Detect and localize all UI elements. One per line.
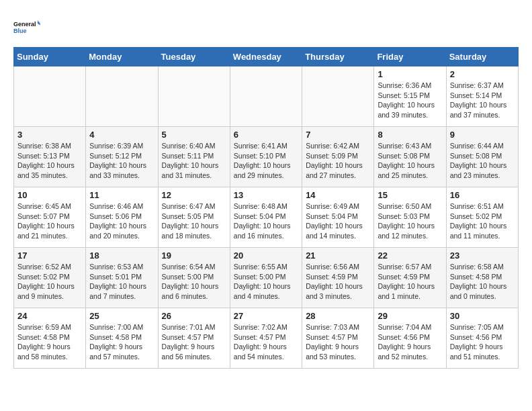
calendar-cell: 12Sunrise: 6:47 AM Sunset: 5:05 PM Dayli… [158, 187, 230, 248]
calendar-cell: 16Sunrise: 6:51 AM Sunset: 5:02 PM Dayli… [446, 187, 518, 248]
calendar-cell: 9Sunrise: 6:44 AM Sunset: 5:08 PM Daylig… [446, 127, 518, 187]
day-info: Sunrise: 6:44 AM Sunset: 5:08 PM Dayligh… [450, 141, 515, 181]
calendar-cell: 30Sunrise: 7:05 AM Sunset: 4:56 PM Dayli… [446, 308, 518, 369]
day-info: Sunrise: 6:56 AM Sunset: 4:59 PM Dayligh… [306, 262, 370, 302]
week-row-4: 17Sunrise: 6:52 AM Sunset: 5:02 PM Dayli… [14, 248, 519, 308]
day-info: Sunrise: 6:43 AM Sunset: 5:08 PM Dayligh… [378, 141, 442, 181]
calendar-cell: 10Sunrise: 6:45 AM Sunset: 5:07 PM Dayli… [14, 187, 86, 248]
day-number: 20 [234, 250, 298, 261]
day-number: 27 [234, 311, 298, 321]
week-row-2: 3Sunrise: 6:38 AM Sunset: 5:13 PM Daylig… [14, 127, 519, 187]
header-cell-thursday: Thursday [302, 48, 374, 66]
calendar-cell: 27Sunrise: 7:02 AM Sunset: 4:57 PM Dayli… [230, 308, 302, 369]
day-info: Sunrise: 7:05 AM Sunset: 4:56 PM Dayligh… [450, 322, 515, 362]
day-info: Sunrise: 6:41 AM Sunset: 5:10 PM Dayligh… [234, 141, 298, 181]
day-info: Sunrise: 6:48 AM Sunset: 5:04 PM Dayligh… [234, 201, 298, 241]
day-info: Sunrise: 6:59 AM Sunset: 4:58 PM Dayligh… [17, 322, 82, 362]
header-cell-saturday: Saturday [446, 48, 518, 66]
day-info: Sunrise: 6:52 AM Sunset: 5:02 PM Dayligh… [17, 262, 82, 302]
day-info: Sunrise: 6:47 AM Sunset: 5:05 PM Dayligh… [162, 201, 226, 241]
calendar-cell: 2Sunrise: 6:37 AM Sunset: 5:14 PM Daylig… [446, 66, 518, 127]
day-number: 1 [378, 69, 442, 79]
calendar-cell [158, 66, 230, 127]
day-number: 30 [450, 311, 515, 321]
header: General Blue [13, 13, 519, 40]
day-number: 26 [162, 311, 226, 321]
day-info: Sunrise: 6:46 AM Sunset: 5:06 PM Dayligh… [89, 201, 154, 241]
calendar-cell: 14Sunrise: 6:49 AM Sunset: 5:04 PM Dayli… [302, 187, 374, 248]
calendar-cell [86, 66, 158, 127]
day-number: 15 [378, 190, 442, 200]
calendar-cell: 29Sunrise: 7:04 AM Sunset: 4:56 PM Dayli… [374, 308, 446, 369]
day-number: 22 [378, 250, 442, 261]
day-number: 23 [450, 250, 515, 261]
logo: General Blue [13, 13, 40, 40]
day-number: 24 [17, 311, 82, 321]
day-number: 28 [306, 311, 370, 321]
calendar-cell: 28Sunrise: 7:03 AM Sunset: 4:57 PM Dayli… [302, 308, 374, 369]
calendar-table: SundayMondayTuesdayWednesdayThursdayFrid… [13, 47, 519, 369]
header-cell-tuesday: Tuesday [158, 48, 230, 66]
day-info: Sunrise: 7:01 AM Sunset: 4:57 PM Dayligh… [162, 322, 226, 362]
header-cell-friday: Friday [374, 48, 446, 66]
day-info: Sunrise: 6:49 AM Sunset: 5:04 PM Dayligh… [306, 201, 370, 241]
day-info: Sunrise: 7:00 AM Sunset: 4:58 PM Dayligh… [89, 322, 154, 362]
calendar-cell [14, 66, 86, 127]
day-number: 3 [17, 130, 82, 140]
day-number: 21 [306, 250, 370, 261]
header-cell-wednesday: Wednesday [230, 48, 302, 66]
day-number: 5 [162, 130, 226, 140]
day-info: Sunrise: 6:37 AM Sunset: 5:14 PM Dayligh… [450, 81, 515, 120]
calendar-cell: 21Sunrise: 6:56 AM Sunset: 4:59 PM Dayli… [302, 248, 374, 308]
calendar-cell: 7Sunrise: 6:42 AM Sunset: 5:09 PM Daylig… [302, 127, 374, 187]
day-info: Sunrise: 6:38 AM Sunset: 5:13 PM Dayligh… [17, 141, 82, 181]
day-number: 16 [450, 190, 515, 200]
day-info: Sunrise: 7:04 AM Sunset: 4:56 PM Dayligh… [378, 322, 442, 362]
day-number: 14 [306, 190, 370, 200]
calendar-cell: 20Sunrise: 6:55 AM Sunset: 5:00 PM Dayli… [230, 248, 302, 308]
calendar-cell: 3Sunrise: 6:38 AM Sunset: 5:13 PM Daylig… [14, 127, 86, 187]
header-cell-monday: Monday [86, 48, 158, 66]
calendar-cell: 6Sunrise: 6:41 AM Sunset: 5:10 PM Daylig… [230, 127, 302, 187]
calendar-cell [302, 66, 374, 127]
week-row-5: 24Sunrise: 6:59 AM Sunset: 4:58 PM Dayli… [14, 308, 519, 369]
day-number: 7 [306, 130, 370, 140]
day-info: Sunrise: 6:39 AM Sunset: 5:12 PM Dayligh… [89, 141, 154, 181]
calendar-cell: 23Sunrise: 6:58 AM Sunset: 4:58 PM Dayli… [446, 248, 518, 308]
day-info: Sunrise: 6:45 AM Sunset: 5:07 PM Dayligh… [17, 201, 82, 241]
calendar-cell: 5Sunrise: 6:40 AM Sunset: 5:11 PM Daylig… [158, 127, 230, 187]
day-number: 11 [89, 190, 154, 200]
calendar-cell: 25Sunrise: 7:00 AM Sunset: 4:58 PM Dayli… [86, 308, 158, 369]
calendar-cell [230, 66, 302, 127]
header-cell-sunday: Sunday [14, 48, 86, 66]
day-info: Sunrise: 6:51 AM Sunset: 5:02 PM Dayligh… [450, 201, 515, 241]
day-number: 10 [17, 190, 82, 200]
day-info: Sunrise: 6:53 AM Sunset: 5:01 PM Dayligh… [89, 262, 154, 302]
day-number: 2 [450, 69, 515, 79]
day-info: Sunrise: 6:54 AM Sunset: 5:00 PM Dayligh… [162, 262, 226, 302]
calendar-cell: 17Sunrise: 6:52 AM Sunset: 5:02 PM Dayli… [14, 248, 86, 308]
logo-svg: General Blue [13, 13, 40, 40]
calendar-cell: 18Sunrise: 6:53 AM Sunset: 5:01 PM Dayli… [86, 248, 158, 308]
calendar-cell: 4Sunrise: 6:39 AM Sunset: 5:12 PM Daylig… [86, 127, 158, 187]
day-number: 6 [234, 130, 298, 140]
day-info: Sunrise: 7:03 AM Sunset: 4:57 PM Dayligh… [306, 322, 370, 362]
day-info: Sunrise: 7:02 AM Sunset: 4:57 PM Dayligh… [234, 322, 298, 362]
calendar-cell: 11Sunrise: 6:46 AM Sunset: 5:06 PM Dayli… [86, 187, 158, 248]
day-number: 8 [378, 130, 442, 140]
day-number: 12 [162, 190, 226, 200]
calendar-cell: 19Sunrise: 6:54 AM Sunset: 5:00 PM Dayli… [158, 248, 230, 308]
calendar-cell: 22Sunrise: 6:57 AM Sunset: 4:59 PM Dayli… [374, 248, 446, 308]
calendar-cell: 1Sunrise: 6:36 AM Sunset: 5:15 PM Daylig… [374, 66, 446, 127]
week-row-1: 1Sunrise: 6:36 AM Sunset: 5:15 PM Daylig… [14, 66, 519, 127]
week-row-3: 10Sunrise: 6:45 AM Sunset: 5:07 PM Dayli… [14, 187, 519, 248]
calendar-cell: 26Sunrise: 7:01 AM Sunset: 4:57 PM Dayli… [158, 308, 230, 369]
calendar-cell: 8Sunrise: 6:43 AM Sunset: 5:08 PM Daylig… [374, 127, 446, 187]
day-info: Sunrise: 6:50 AM Sunset: 5:03 PM Dayligh… [378, 201, 442, 241]
day-number: 25 [89, 311, 154, 321]
day-number: 29 [378, 311, 442, 321]
header-row: SundayMondayTuesdayWednesdayThursdayFrid… [14, 48, 519, 66]
day-number: 13 [234, 190, 298, 200]
calendar-cell: 24Sunrise: 6:59 AM Sunset: 4:58 PM Dayli… [14, 308, 86, 369]
svg-marker-3 [39, 21, 40, 26]
